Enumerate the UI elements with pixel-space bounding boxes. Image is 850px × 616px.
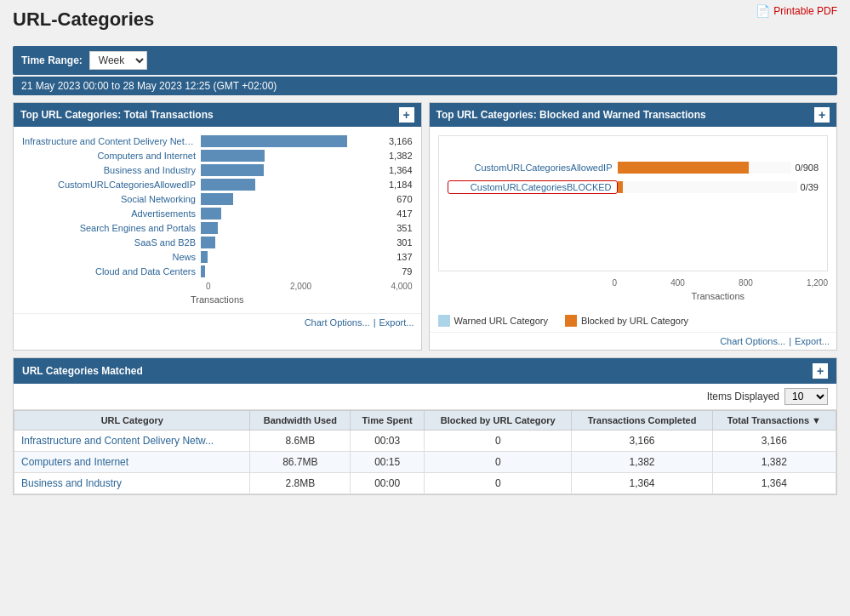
- left-chart-header: Top URL Categories: Total Transactions +: [14, 103, 421, 127]
- legend-item-blocked: Blocked by URL Category: [565, 315, 688, 327]
- left-bar-container-8: [201, 251, 393, 263]
- right-bar-fill-2: [618, 181, 624, 193]
- table-add-button[interactable]: +: [813, 363, 828, 379]
- left-bar-fill-3: [201, 179, 255, 191]
- right-x-axis: 0 400 800 1,200: [438, 278, 829, 288]
- left-bar-row-4: Social Networking670: [22, 193, 413, 205]
- left-bar-row-7: SaaS and B2B301: [22, 237, 413, 248]
- col-header-time: Time Spent: [351, 411, 425, 431]
- right-chart-area: CustomURLCategoriesAllowedIP 0/908 Custo…: [430, 127, 837, 310]
- left-bar-label-0: Infrastructure and Content Delivery Netw…: [22, 136, 201, 146]
- pdf-icon: 📄: [756, 4, 770, 18]
- left-bar-row-0: Infrastructure and Content Delivery Netw…: [22, 135, 413, 147]
- left-bar-fill-8: [201, 251, 208, 263]
- right-x-axis-labels: 0 400 800 1,200: [613, 278, 829, 288]
- charts-row: Top URL Categories: Total Transactions +…: [13, 102, 837, 351]
- left-bar-fill-4: [201, 193, 233, 205]
- cell-category: Computers and Internet: [14, 452, 250, 473]
- right-bar-row-2: CustomURLCategoriesBLOCKED 0/39: [448, 180, 819, 194]
- left-bar-row-6: Search Engines and Portals351: [22, 222, 413, 234]
- cell-blocked: 0: [425, 431, 572, 452]
- left-bar-label-7: SaaS and B2B: [22, 237, 201, 248]
- cell-time: 00:00: [351, 473, 425, 494]
- left-bar-fill-7: [201, 237, 215, 248]
- right-chart-add-button[interactable]: +: [814, 107, 830, 123]
- legend-area: Warned URL Category Blocked by URL Categ…: [430, 310, 837, 332]
- legend-label-blocked: Blocked by URL Category: [581, 316, 688, 326]
- left-bar-fill-9: [201, 265, 205, 277]
- right-bar-row-1: CustomURLCategoriesAllowedIP 0/908: [448, 162, 819, 174]
- left-bar-fill-6: [201, 222, 218, 234]
- left-chart-title: Top URL Categories: Total Transactions: [20, 109, 214, 121]
- legend-label-warned: Warned URL Category: [454, 316, 548, 326]
- left-bar-container-7: [201, 237, 393, 248]
- date-range-text: 21 May 2023 00:00 to 28 May 2023 12:25 (…: [21, 80, 277, 92]
- left-bar-label-6: Search Engines and Portals: [22, 223, 201, 233]
- left-bar-label-2: Business and Industry: [22, 165, 201, 175]
- table-row: Computers and Internet86.7MB00:1501,3821…: [14, 452, 836, 473]
- left-chart-area: Infrastructure and Content Delivery Netw…: [14, 127, 421, 313]
- cell-category: Infrastructure and Content Delivery Netw…: [14, 431, 250, 452]
- left-bar-container-6: [201, 222, 393, 234]
- left-bar-container-3: [201, 179, 385, 191]
- cell-total: 1,382: [712, 452, 836, 473]
- cell-total: 3,166: [712, 431, 836, 452]
- left-bar-container-5: [201, 208, 393, 220]
- right-chart-title: Top URL Categories: Blocked and Warned T…: [436, 109, 706, 121]
- left-bar-container-0: [201, 135, 385, 147]
- left-chart-options-link[interactable]: Chart Options...: [305, 317, 370, 328]
- col-header-total-transactions[interactable]: Total Transactions ▼: [712, 411, 836, 431]
- items-displayed-select[interactable]: 10 25 50 100: [784, 388, 828, 405]
- cell-time: 00:03: [351, 431, 425, 452]
- left-bar-chart: Infrastructure and Content Delivery Netw…: [22, 135, 413, 277]
- cell-bandwidth: 8.6MB: [250, 431, 351, 452]
- left-x-axis: 0 2,000 4,000: [22, 280, 413, 291]
- right-bar-container-1: [618, 162, 792, 174]
- left-bar-container-9: [201, 265, 398, 277]
- left-bar-fill-1: [201, 150, 265, 162]
- left-bar-value-7: 301: [396, 237, 412, 248]
- pdf-link[interactable]: 📄 Printable PDF: [756, 4, 837, 18]
- cell-transactions-completed: 1,382: [572, 452, 712, 473]
- left-x-axis-labels: 0 2,000 4,000: [206, 280, 413, 291]
- table-header: URL Categories Matched +: [14, 358, 836, 384]
- left-bar-label-4: Social Networking: [22, 194, 201, 204]
- col-header-category: URL Category: [14, 411, 250, 431]
- right-export-link[interactable]: Export...: [795, 336, 830, 346]
- right-bar-container-2: [618, 181, 797, 193]
- cell-transactions-completed: 3,166: [572, 431, 712, 452]
- left-bar-label-5: Advertisements: [22, 208, 201, 219]
- left-export-link[interactable]: Export...: [379, 317, 414, 328]
- time-range-select[interactable]: Week Day Month Year: [89, 51, 147, 70]
- left-bar-fill-2: [201, 164, 264, 176]
- page-title: URL-Categories: [13, 9, 154, 31]
- table-title: URL Categories Matched: [22, 365, 143, 377]
- left-bar-container-2: [201, 164, 385, 176]
- right-bar-value-2: 0/39: [801, 182, 819, 192]
- right-x-axis-title: Transactions: [438, 291, 829, 301]
- left-bar-value-2: 1,364: [389, 165, 413, 175]
- url-categories-table: URL Category Bandwidth Used Time Spent B…: [14, 410, 836, 494]
- left-bar-value-3: 1,184: [389, 180, 413, 190]
- right-bar-value-1: 0/908: [795, 163, 819, 173]
- right-bar-fill-1: [618, 162, 750, 174]
- cell-blocked: 0: [425, 473, 572, 494]
- left-bar-value-4: 670: [396, 194, 412, 204]
- left-bar-container-1: [201, 150, 385, 162]
- right-chart-options-link[interactable]: Chart Options...: [720, 336, 785, 346]
- left-bar-value-9: 79: [402, 266, 412, 277]
- date-range-bar: 21 May 2023 00:00 to 28 May 2023 12:25 (…: [13, 77, 837, 95]
- cell-total: 1,364: [712, 473, 836, 494]
- left-bar-row-2: Business and Industry1,364: [22, 164, 413, 176]
- left-bar-row-1: Computers and Internet1,382: [22, 150, 413, 162]
- left-chart-add-button[interactable]: +: [399, 107, 414, 123]
- col-header-transactions-completed: Transactions Completed: [572, 411, 712, 431]
- left-bar-value-0: 3,166: [389, 136, 413, 146]
- legend-box-blue: [438, 315, 450, 327]
- items-displayed-bar: Items Displayed 10 25 50 100: [14, 384, 836, 410]
- table-row: Infrastructure and Content Delivery Netw…: [14, 431, 836, 452]
- left-chart-options-bar: Chart Options... | Export...: [14, 313, 421, 331]
- right-chart-options-bar: Chart Options... | Export...: [430, 332, 837, 350]
- table-panel: URL Categories Matched + Items Displayed…: [13, 357, 837, 495]
- left-bar-row-5: Advertisements417: [22, 208, 413, 220]
